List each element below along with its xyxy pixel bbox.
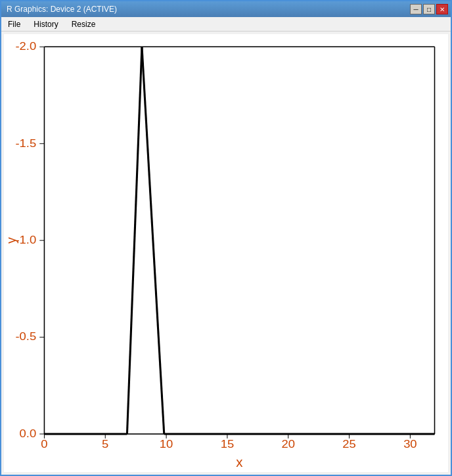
maximize-button[interactable]: □ bbox=[423, 4, 435, 14]
y-axis-label: y bbox=[4, 237, 19, 244]
plot-area: 0 5 10 15 20 25 30 x 0.0 -0.5 -1.0 -1.5 … bbox=[4, 34, 448, 472]
main-window: R Graphics: Device 2 (ACTIVE) ─ □ ✕ File… bbox=[0, 0, 452, 476]
x-tick-label-0: 0 bbox=[41, 438, 47, 450]
plot-background bbox=[44, 47, 434, 434]
chart-svg: 0 5 10 15 20 25 30 x 0.0 -0.5 -1.0 -1.5 … bbox=[4, 34, 448, 472]
menu-resize[interactable]: Resize bbox=[68, 18, 100, 30]
menubar: File History Resize bbox=[1, 17, 451, 32]
x-tick-label-10: 10 bbox=[160, 438, 173, 450]
x-tick-label-20: 20 bbox=[281, 438, 295, 450]
x-tick-label-25: 25 bbox=[342, 438, 356, 450]
y-tick-label-0.5: -0.5 bbox=[15, 330, 36, 343]
y-tick-label-2: -2.0 bbox=[15, 40, 36, 53]
x-tick-label-30: 30 bbox=[403, 438, 417, 450]
x-tick-label-15: 15 bbox=[221, 438, 235, 450]
x-axis-label: x bbox=[236, 456, 242, 469]
menu-history[interactable]: History bbox=[30, 18, 62, 30]
y-tick-label-0: 0.0 bbox=[20, 427, 37, 439]
menu-file[interactable]: File bbox=[4, 18, 24, 30]
minimize-button[interactable]: ─ bbox=[410, 4, 422, 14]
titlebar: R Graphics: Device 2 (ACTIVE) ─ □ ✕ bbox=[1, 1, 451, 17]
titlebar-buttons: ─ □ ✕ bbox=[410, 4, 448, 14]
window-title: R Graphics: Device 2 (ACTIVE) bbox=[7, 5, 117, 14]
x-tick-label-5: 5 bbox=[102, 438, 108, 450]
y-tick-label-1.5: -1.5 bbox=[15, 137, 36, 149]
close-button[interactable]: ✕ bbox=[436, 4, 448, 14]
